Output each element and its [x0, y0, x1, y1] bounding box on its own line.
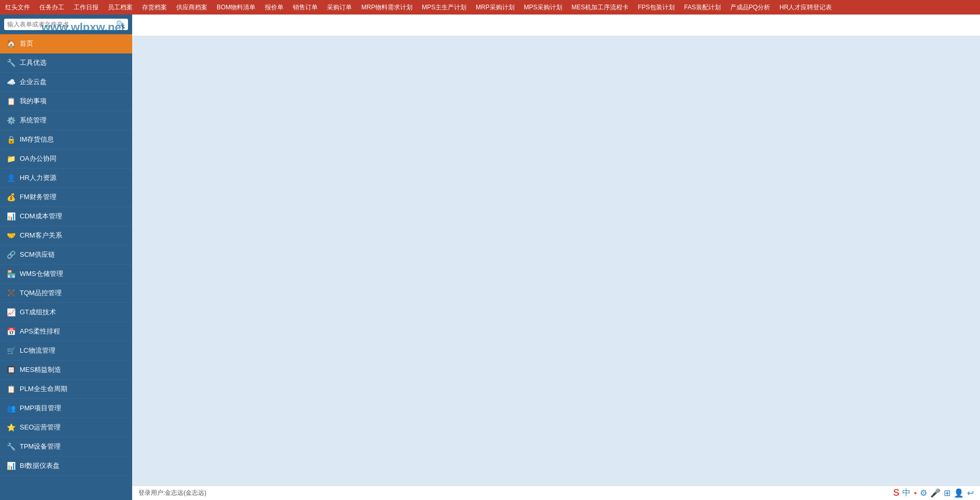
top-menu-item[interactable]: 红头文件	[3, 2, 32, 13]
nav-label-oa-office: OA办公协同	[20, 154, 56, 163]
sidebar-item-sys-mgmt[interactable]: ⚙️系统管理	[0, 111, 132, 130]
search-input[interactable]	[7, 21, 116, 28]
top-menu-item[interactable]: 销售订单	[291, 2, 320, 13]
sidebar-item-wms-warehouse[interactable]: 🏪WMS仓储管理	[0, 265, 132, 284]
nav-icon-wms-warehouse: 🏪	[6, 270, 16, 278]
dot-icon: •	[914, 489, 917, 498]
sidebar-item-cloud[interactable]: ☁️企业云盘	[0, 73, 132, 92]
mic-icon[interactable]: 🎤	[930, 488, 941, 498]
nav-label-cloud: 企业云盘	[20, 77, 47, 87]
search-icon[interactable]: 🔍	[116, 20, 125, 29]
nav-label-cdm-cost: CDM成本管理	[20, 212, 62, 221]
nav-icon-seo-ops: ⭐	[6, 423, 16, 432]
nav-icon-pmp-project: 👥	[6, 404, 16, 412]
top-menu-item[interactable]: 存货档案	[140, 2, 169, 13]
nav-icon-crm-customer: 🤝	[6, 231, 16, 240]
nav-icon-aps-planning: 📅	[6, 327, 16, 336]
top-menu-item[interactable]: MPS主生产计划	[420, 2, 468, 13]
sidebar-item-bi-dashboard[interactable]: 📊BI数据仪表盘	[0, 456, 132, 476]
sidebar-item-im-inventory[interactable]: 🔒IM存货信息	[0, 130, 132, 149]
exit-icon[interactable]: ↩	[967, 488, 974, 498]
sidebar-item-lc-logistics[interactable]: 🛒LC物流管理	[0, 341, 132, 360]
user-icon[interactable]: 👤	[954, 488, 964, 498]
top-menu-item[interactable]: FPS包装计划	[636, 2, 677, 13]
sidebar-item-my-tasks[interactable]: 📋我的事项	[0, 92, 132, 111]
nav-label-lc-logistics: LC物流管理	[20, 346, 55, 355]
sidebar-item-tqm-quality[interactable]: ✖️TQM品控管理	[0, 284, 132, 303]
sidebar-item-home[interactable]: 🏠首页	[0, 34, 132, 53]
top-menu-item[interactable]: 供应商档案	[174, 2, 209, 13]
settings-icon[interactable]: ⚙	[920, 488, 927, 498]
nav-label-seo-ops: SEO运营管理	[20, 423, 61, 432]
app-grid-area	[132, 36, 980, 485]
top-menu-item[interactable]: BOM物料清单	[215, 2, 258, 13]
search-box: 🔍	[0, 15, 132, 34]
nav-icon-plm-lifecycle: 📋	[6, 385, 16, 393]
sidebar-item-cdm-cost[interactable]: 📊CDM成本管理	[0, 207, 132, 226]
toolbar	[132, 15, 980, 36]
nav-label-my-tasks: 我的事项	[20, 96, 47, 106]
nav-label-bi-dashboard: BI数据仪表盘	[20, 461, 60, 470]
nav-icon-mes-mfg: 🔲	[6, 366, 16, 374]
nav-icon-gt-assembly: 📈	[6, 308, 16, 316]
sidebar-item-aps-planning[interactable]: 📅APS柔性排程	[0, 322, 132, 341]
nav-label-home: 首页	[20, 39, 33, 48]
nav-icon-cloud: ☁️	[6, 78, 16, 86]
nav-label-tools: 工具优选	[20, 58, 47, 67]
lang-icon[interactable]: 中	[902, 488, 911, 498]
main-content: www.wlpxw.net 登录用户:金志远(金志远) S 中 • ⚙ 🎤 ⊞ …	[132, 15, 980, 500]
status-bar: 登录用户:金志远(金志远) S 中 • ⚙ 🎤 ⊞ 👤 ↩	[132, 485, 980, 500]
nav-label-wms-warehouse: WMS仓储管理	[20, 269, 63, 279]
nav-icon-scm-supply: 🔗	[6, 251, 16, 259]
sidebar-item-seo-ops[interactable]: ⭐SEO运营管理	[0, 418, 132, 437]
sidebar-item-plm-lifecycle[interactable]: 📋PLM全生命周期	[0, 380, 132, 399]
sidebar-item-crm-customer[interactable]: 🤝CRM客户关系	[0, 226, 132, 245]
sidebar-item-tpm-equipment[interactable]: 🔧TPM设备管理	[0, 437, 132, 456]
top-menu-bar: 红头文件任务办工工作日报员工档案存货档案供应商档案BOM物料清单报价单销售订单采…	[0, 0, 980, 15]
status-icons: S 中 • ⚙ 🎤 ⊞ 👤 ↩	[893, 488, 974, 498]
sidebar-item-pmp-project[interactable]: 👥PMP项目管理	[0, 399, 132, 418]
nav-label-sys-mgmt: 系统管理	[20, 116, 47, 125]
top-menu-item[interactable]: FAS装配计划	[682, 2, 723, 13]
nav-label-pmp-project: PMP项目管理	[20, 404, 61, 413]
sidebar: 🔍 🏠首页🔧工具优选☁️企业云盘📋我的事项⚙️系统管理🔒IM存货信息📁OA办公协…	[0, 15, 132, 500]
nav-icon-fm-finance: 💰	[6, 193, 16, 201]
top-menu-item[interactable]: 报价单	[263, 2, 286, 13]
nav-label-tpm-equipment: TPM设备管理	[20, 442, 61, 451]
nav-label-tqm-quality: TQM品控管理	[20, 288, 62, 298]
top-menu-item[interactable]: 工作日报	[72, 2, 101, 13]
top-menu-item[interactable]: MPS采购计划	[522, 2, 564, 13]
sidebar-item-mes-mfg[interactable]: 🔲MES精益制造	[0, 360, 132, 380]
top-menu-item[interactable]: MRP采购计划	[474, 2, 517, 13]
sidebar-item-fm-finance[interactable]: 💰FM财务管理	[0, 188, 132, 207]
sidebar-item-oa-office[interactable]: 📁OA办公协同	[0, 149, 132, 169]
nav-icon-im-inventory: 🔒	[6, 135, 16, 144]
nav-icon-oa-office: 📁	[6, 155, 16, 163]
nav-icon-tools: 🔧	[6, 59, 16, 67]
nav-label-plm-lifecycle: PLM全生命周期	[20, 384, 67, 394]
login-text: 登录用户:金志远(金志远)	[138, 489, 206, 497]
top-menu-item[interactable]: MRP物料需求计划	[359, 2, 415, 13]
top-menu-item[interactable]: 员工档案	[106, 2, 135, 13]
sidebar-item-gt-assembly[interactable]: 📈GT成组技术	[0, 303, 132, 322]
top-menu-item[interactable]: 采购订单	[325, 2, 354, 13]
nav-icon-home: 🏠	[6, 39, 16, 48]
top-menu-item[interactable]: MES机加工序流程卡	[570, 2, 631, 13]
nav-label-scm-supply: SCM供应链	[20, 250, 55, 259]
sidebar-item-scm-supply[interactable]: 🔗SCM供应链	[0, 245, 132, 265]
nav-label-mes-mfg: MES精益制造	[20, 365, 61, 374]
top-menu-item[interactable]: 任务办工	[37, 2, 66, 13]
sidebar-item-tools[interactable]: 🔧工具优选	[0, 53, 132, 73]
top-menu-item[interactable]: 产成品PQ分析	[728, 2, 772, 13]
nav-label-gt-assembly: GT成组技术	[20, 308, 56, 317]
sidebar-nav: 🏠首页🔧工具优选☁️企业云盘📋我的事项⚙️系统管理🔒IM存货信息📁OA办公协同👤…	[0, 34, 132, 500]
nav-icon-cdm-cost: 📊	[6, 212, 16, 220]
nav-label-im-inventory: IM存货信息	[20, 135, 54, 144]
nav-icon-my-tasks: 📋	[6, 97, 16, 105]
grid-icon[interactable]: ⊞	[944, 488, 950, 498]
nav-icon-lc-logistics: 🛒	[6, 346, 16, 355]
nav-label-crm-customer: CRM客户关系	[20, 231, 62, 240]
nav-label-hr: HR人力资源	[20, 173, 56, 183]
top-menu-item[interactable]: HR人才应聘登记表	[777, 2, 834, 13]
sidebar-item-hr[interactable]: 👤HR人力资源	[0, 169, 132, 188]
